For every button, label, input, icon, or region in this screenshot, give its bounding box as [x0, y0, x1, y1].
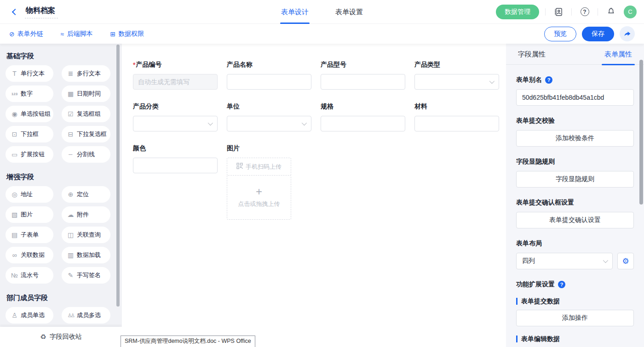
taskbar-tooltip: SRM-供应商管理demo说明文档.doc - WPS Office: [121, 336, 255, 347]
sidebar-item-datetime[interactable]: ▦日期时间: [62, 85, 110, 102]
sidebar-section-grid: ◎地址⊕定位▧图片☁附件▤子表单◫关联查询∞关联数据▥数据加载№流水号✎手写签名: [6, 186, 122, 284]
sidebar-item-serial-number[interactable]: №流水号: [6, 267, 53, 284]
field-select-unit[interactable]: [227, 116, 311, 131]
field-input-material[interactable]: [414, 116, 499, 131]
sidebar-item-address[interactable]: ◎地址: [6, 186, 53, 203]
sidebar-item-radio-group[interactable]: ◉单选按钮组: [6, 106, 53, 122]
form-alias-input[interactable]: [516, 89, 634, 106]
extension-settings-label: 功能扩展设置 ?: [516, 280, 634, 289]
form-field-unit[interactable]: 单位: [227, 102, 311, 131]
avatar[interactable]: C: [624, 6, 637, 18]
header-right-group: 数据管理 ? C: [496, 5, 637, 19]
sidebar-item-subform[interactable]: ▤子表单: [6, 227, 53, 243]
sidebar-item-location[interactable]: ⊕定位: [62, 186, 110, 203]
field-input-product-name[interactable]: [227, 74, 311, 90]
field-select-product-type[interactable]: [414, 74, 499, 90]
data-permission-icon: ⊞: [110, 30, 115, 38]
sidebar-item-checkbox-group[interactable]: ☑复选框组: [62, 106, 110, 122]
sidebar-item-attachment[interactable]: ☁附件: [62, 206, 110, 223]
field-label-unit: 单位: [227, 102, 311, 111]
field-input-product-model[interactable]: [321, 74, 405, 90]
form-design-canvas[interactable]: *产品编号产品名称产品型号产品类型产品分类单位规格材料颜色图片手机扫码上传+点击…: [122, 44, 506, 347]
bell-icon[interactable]: [604, 5, 618, 19]
toolbar-link-data-permission[interactable]: ⊞数据权限: [110, 30, 144, 38]
data-manage-button[interactable]: 数据管理: [496, 5, 539, 19]
sidebar-item-signature[interactable]: ✎手写签名: [62, 267, 110, 284]
sidebar-item-single-line-text[interactable]: T单行文本: [6, 65, 53, 82]
form-field-product-code[interactable]: *产品编号: [133, 61, 218, 90]
sidebar-scrollbar[interactable]: [116, 45, 120, 307]
share-button[interactable]: [620, 26, 635, 41]
sidebar-item-linked-data[interactable]: ∞关联数据: [6, 247, 53, 263]
form-field-material[interactable]: 材料: [414, 102, 499, 131]
form-layout-select[interactable]: 四列: [516, 253, 613, 269]
sidebar-item-number[interactable]: 123数字: [6, 85, 53, 102]
sidebar-item-label: 子表单: [21, 231, 39, 239]
sidebar-item-label: 地址: [21, 190, 33, 199]
sidebar-item-label: 数字: [21, 90, 33, 98]
toolbar-link-backend-script[interactable]: ≈后端脚本: [61, 30, 93, 38]
form-field-product-category[interactable]: 产品分类: [133, 102, 218, 131]
field-input-spec[interactable]: [321, 116, 405, 131]
field-label-text: 颜色: [133, 144, 146, 153]
sidebar-item-divider-line[interactable]: ┄分割线: [62, 146, 110, 163]
sidebar-item-member-multi[interactable]: ♙♙成员多选: [62, 307, 110, 324]
panel-scrollbar[interactable]: [639, 60, 643, 205]
page-title[interactable]: 物料档案: [25, 5, 58, 18]
drag-upload-area[interactable]: +点击或拖拽上传: [227, 175, 291, 220]
sidebar-item-data-load[interactable]: ▥数据加载: [62, 247, 110, 263]
sidebar-item-multi-line-text[interactable]: ≣多行文本: [62, 65, 110, 82]
sidebar-item-dropdown[interactable]: ⊡下拉框: [6, 126, 53, 142]
toolbar-link-label: 表单外链: [17, 30, 43, 38]
field-visibility-label: 字段显隐规则: [516, 158, 634, 166]
address-book-icon[interactable]: [552, 5, 565, 19]
submit-confirm-button[interactable]: 表单提交确认设置: [516, 212, 634, 228]
sidebar-item-linked-query[interactable]: ◫关联查询: [62, 227, 110, 243]
qr-code-icon: [236, 163, 243, 171]
drag-upload-label: 点击或拖拽上传: [238, 200, 280, 208]
form-field-product-type[interactable]: 产品类型: [414, 61, 499, 90]
plus-icon: +: [256, 187, 262, 196]
field-label-text: 产品编号: [136, 61, 161, 69]
field-visibility-button[interactable]: 字段显隐规则: [516, 171, 634, 188]
preview-button[interactable]: 预览: [544, 27, 576, 41]
submit-data-add-button[interactable]: 添加操作: [516, 310, 634, 326]
submit-validation-label: 表单提交校验: [516, 117, 634, 125]
tab-form-design[interactable]: 表单设计: [281, 0, 309, 24]
layout-settings-button[interactable]: ⚙: [617, 253, 634, 269]
linked-query-icon: ◫: [67, 231, 75, 239]
tab-field-props[interactable]: 字段属性: [518, 44, 546, 65]
sidebar-item-label: 单行文本: [21, 69, 45, 78]
field-label-text: 产品分类: [133, 102, 159, 111]
form-field-spec[interactable]: 规格: [321, 102, 405, 131]
toolbar-link-external-link[interactable]: ⊘表单外链: [9, 30, 43, 38]
field-label-product-name: 产品名称: [227, 61, 311, 69]
tab-form-settings[interactable]: 表单设置: [335, 0, 363, 24]
header-tabs: 表单设计表单设置: [281, 0, 363, 24]
sidebar-item-multi-dropdown[interactable]: ⊟下拉复选框: [62, 126, 110, 142]
help-icon[interactable]: ?: [578, 5, 592, 19]
scan-upload-button[interactable]: 手机扫码上传: [227, 158, 291, 176]
form-field-product-model[interactable]: 产品型号: [321, 61, 405, 90]
field-label-product-category: 产品分类: [133, 102, 218, 111]
field-select-product-category[interactable]: [133, 116, 218, 131]
back-button[interactable]: [8, 6, 20, 18]
help-circle-icon[interactable]: ?: [558, 281, 565, 288]
sidebar-item-member-single[interactable]: ♙成员单选: [6, 307, 53, 324]
form-field-color[interactable]: 颜色: [133, 144, 218, 173]
form-field-product-name[interactable]: 产品名称: [227, 61, 311, 90]
required-asterisk: *: [133, 61, 135, 68]
sidebar-item-label: 手写签名: [77, 271, 101, 279]
sidebar-item-extend-button[interactable]: ▭扩展按钮: [6, 146, 53, 163]
submit-validation-button[interactable]: 添加校验条件: [516, 130, 634, 147]
sidebar-item-label: 下拉框: [21, 130, 39, 138]
tab-form-props[interactable]: 表单属性: [604, 44, 632, 65]
field-input-color[interactable]: [133, 158, 218, 173]
sidebar-item-image[interactable]: ▧图片: [6, 206, 53, 223]
form-field-image[interactable]: 图片手机扫码上传+点击或拖拽上传: [227, 144, 311, 220]
field-input-product-code[interactable]: [133, 74, 218, 90]
help-circle-icon[interactable]: ?: [545, 76, 552, 84]
field-recycle-bin[interactable]: ♻ 字段回收站: [0, 327, 122, 347]
image-icon: ▧: [11, 211, 18, 218]
save-button[interactable]: 保存: [582, 27, 614, 41]
